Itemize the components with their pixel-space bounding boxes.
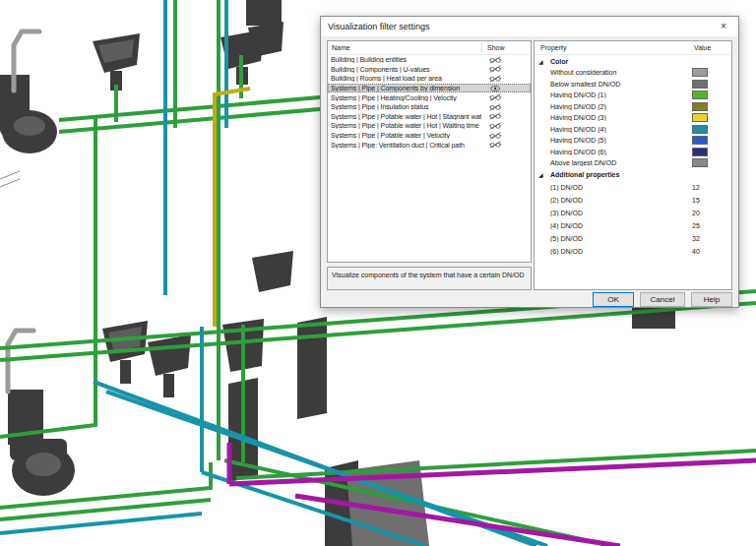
filter-row-label: Systems | Pipe | Potable water | Velocit… xyxy=(328,132,481,139)
property-label: Having DN/OD (5) xyxy=(535,137,692,144)
visibility-toggle-icon[interactable] xyxy=(489,132,502,140)
sink-pedestal xyxy=(163,374,174,397)
visibility-toggle-icon[interactable] xyxy=(489,93,502,101)
property-label: (6) DN/OD xyxy=(535,248,692,255)
color-row[interactable]: Having DN/OD (2) xyxy=(535,101,731,113)
color-row[interactable]: Below smallest DN/OD xyxy=(535,79,731,91)
visibility-toggle-icon[interactable] xyxy=(489,103,502,111)
filter-row[interactable]: Systems | Pipe: Ventilation duct | Criti… xyxy=(328,140,531,150)
property-label: Below smallest DN/OD xyxy=(535,81,692,88)
visibility-toggle-icon[interactable] xyxy=(489,65,502,73)
property-label: (5) DN/OD xyxy=(535,235,692,242)
show-cell xyxy=(481,65,531,73)
property-label: (1) DN/OD xyxy=(535,184,692,191)
dnod-row[interactable]: (2) DN/OD 15 xyxy=(535,194,731,207)
show-cell xyxy=(481,103,531,111)
property-label: Having DN/OD (3) xyxy=(535,114,692,121)
filter-row-label: Systems | Pipe | Potable water | Hot | S… xyxy=(328,113,481,120)
show-cell xyxy=(481,85,531,92)
collapse-icon[interactable]: ◢ xyxy=(535,58,550,65)
show-cell xyxy=(481,112,531,120)
color-swatch[interactable] xyxy=(692,102,708,111)
color-row[interactable]: Without consideration xyxy=(535,67,731,79)
filter-row[interactable]: Building | Components | U-values xyxy=(328,65,531,75)
color-row[interactable]: Having DN/OD (5) xyxy=(535,135,731,147)
color-swatch[interactable] xyxy=(692,136,708,145)
property-value[interactable]: 40 xyxy=(692,248,700,255)
color-row[interactable]: Having DN/OD (1) xyxy=(535,90,731,101)
value-cell xyxy=(692,91,731,99)
property-label: (4) DN/OD xyxy=(535,222,692,229)
ok-button[interactable]: OK xyxy=(593,292,634,307)
visibility-toggle-icon[interactable] xyxy=(489,112,502,120)
filter-row-label: Systems | Pipe | Potable water | Hot | W… xyxy=(328,122,481,129)
filter-row-label: Building | Building entities xyxy=(328,56,481,63)
property-label: (2) DN/OD xyxy=(535,197,692,204)
help-button[interactable]: Help xyxy=(691,292,732,307)
color-row[interactable]: Having DN/OD (3) xyxy=(535,112,731,124)
list-header: Name Show xyxy=(328,41,531,55)
filter-row[interactable]: Systems | Pipe | Components by dimension xyxy=(328,84,531,93)
value-cell: 12 xyxy=(692,184,731,191)
color-row[interactable]: Above largest DN/OD xyxy=(535,157,731,169)
visibility-toggle-icon[interactable] xyxy=(489,141,502,149)
dnod-row[interactable]: (1) DN/OD 12 xyxy=(535,181,731,194)
filter-row-label: Systems | Pipe: Ventilation duct | Criti… xyxy=(328,142,481,149)
color-swatch[interactable] xyxy=(692,158,708,167)
cancel-button[interactable]: Cancel xyxy=(640,292,685,307)
visualization-filter-settings-dialog: Visualization filter settings × Name Sho… xyxy=(320,16,739,308)
visibility-toggle-icon[interactable] xyxy=(489,75,502,83)
sink-basin xyxy=(252,251,293,292)
group-label: Color xyxy=(550,58,568,65)
value-cell xyxy=(692,80,731,89)
property-value[interactable]: 25 xyxy=(692,222,700,229)
group-color[interactable]: ◢ Color xyxy=(535,55,731,67)
value-cell xyxy=(692,136,731,145)
color-swatch[interactable] xyxy=(692,91,708,99)
property-value[interactable]: 15 xyxy=(692,197,700,204)
color-swatch[interactable] xyxy=(692,80,708,89)
color-swatch[interactable] xyxy=(692,125,708,134)
filter-row[interactable]: Systems | Pipe | Heating/Cooling | Veloc… xyxy=(328,92,531,102)
dnod-row[interactable]: (3) DN/OD 20 xyxy=(535,207,731,219)
property-value[interactable]: 20 xyxy=(692,210,700,216)
dialog-titlebar[interactable]: Visualization filter settings × xyxy=(321,17,738,36)
sketch-lines xyxy=(0,171,20,187)
filter-row[interactable]: Building | Building entities xyxy=(328,55,531,65)
filter-row[interactable]: Systems | Pipe | Insulation status xyxy=(328,102,531,112)
property-label: Above largest DN/OD xyxy=(535,159,692,166)
collapse-icon[interactable]: ◢ xyxy=(535,171,550,178)
value-cell xyxy=(692,158,731,167)
value-cell: 20 xyxy=(692,210,731,216)
filter-row-label: Building | Components | U-values xyxy=(328,66,481,73)
visibility-toggle-icon[interactable] xyxy=(489,56,502,64)
color-row[interactable]: Having DN/OD (4) xyxy=(535,124,731,136)
property-value[interactable]: 12 xyxy=(692,184,700,191)
radiator-panel xyxy=(297,317,327,419)
close-icon[interactable]: × xyxy=(709,17,738,36)
property-panel: Property Value ◢ Color Without considera… xyxy=(534,40,732,290)
group-label: Additional properties xyxy=(550,171,619,178)
visibility-toggle-icon[interactable] xyxy=(489,122,502,130)
color-swatch[interactable] xyxy=(692,68,708,77)
color-row[interactable]: Having DN/OD (6) xyxy=(535,147,731,158)
dnod-row[interactable]: (6) DN/OD 40 xyxy=(535,245,731,258)
property-label: Having DN/OD (2) xyxy=(535,103,692,110)
dnod-row[interactable]: (4) DN/OD 25 xyxy=(535,219,731,232)
property-grid-header: Property Value xyxy=(535,41,731,55)
filter-row[interactable]: Systems | Pipe | Potable water | Velocit… xyxy=(328,131,531,141)
filter-row[interactable]: Systems | Pipe | Potable water | Hot | W… xyxy=(328,121,531,131)
group-additional-properties[interactable]: ◢ Additional properties xyxy=(535,169,731,181)
pipe xyxy=(59,108,331,132)
filter-row[interactable]: Building | Rooms | Heat load per area xyxy=(328,74,531,84)
value-cell xyxy=(692,113,731,122)
color-swatch[interactable] xyxy=(692,113,708,122)
visibility-toggle-icon[interactable] xyxy=(489,85,502,92)
filter-row[interactable]: Systems | Pipe | Potable water | Hot | S… xyxy=(328,112,531,122)
property-value[interactable]: 32 xyxy=(692,235,700,242)
color-swatch[interactable] xyxy=(692,148,708,156)
column-header-show: Show xyxy=(487,44,505,51)
dnod-row[interactable]: (5) DN/OD 32 xyxy=(535,232,731,245)
property-label: Having DN/OD (1) xyxy=(535,91,692,98)
value-cell: 25 xyxy=(692,222,731,229)
